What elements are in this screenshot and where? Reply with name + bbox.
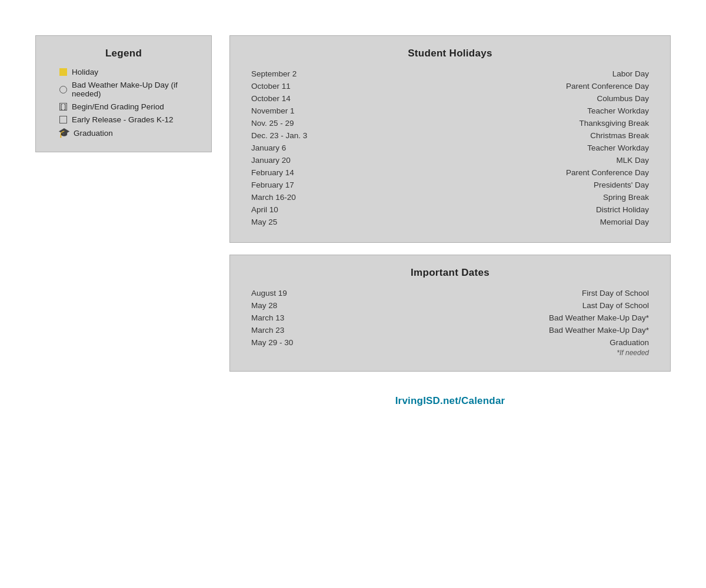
date-cell: March 13 xyxy=(248,312,442,324)
event-cell: Last Day of School xyxy=(442,299,652,312)
early-release-label: Early Release - Grades K-12 xyxy=(72,115,174,124)
event-cell: Bad Weather Make-Up Day* xyxy=(442,324,652,336)
legend-item-holiday: Holiday xyxy=(59,68,194,76)
legend-item-bad-weather: Bad Weather Make-Up Day (if needed) xyxy=(59,81,194,98)
date-cell: February 14 xyxy=(248,166,442,179)
website-section: IrvingISD.net/Calendar xyxy=(229,389,671,407)
event-cell: First Day of School xyxy=(442,287,652,299)
date-cell: May 29 - 30 xyxy=(248,336,442,349)
table-row: May 25Memorial Day xyxy=(248,216,652,228)
bad-weather-icon xyxy=(59,86,67,93)
legend-item-graduation: 🎓 Graduation xyxy=(59,128,194,138)
event-cell: Spring Break xyxy=(442,191,652,203)
date-cell: May 28 xyxy=(248,299,442,312)
table-row: May 29 - 30Graduation xyxy=(248,336,652,349)
table-row: Dec. 23 - Jan. 3Christmas Break xyxy=(248,129,652,142)
event-cell: Memorial Day xyxy=(442,216,652,228)
event-cell: Parent Conference Day xyxy=(442,80,652,92)
table-row: March 16-20Spring Break xyxy=(248,191,652,203)
page: Legend Holiday Bad Weather Make-Up Day (… xyxy=(0,0,706,430)
grading-icon: [ ] xyxy=(59,103,67,111)
grading-label: Begin/End Grading Period xyxy=(72,102,164,111)
holiday-label: Holiday xyxy=(72,68,98,76)
table-row: January 6Teacher Workday xyxy=(248,142,652,154)
event-cell: Teacher Workday xyxy=(442,142,652,154)
date-cell: February 17 xyxy=(248,179,442,191)
date-cell: November 1 xyxy=(248,105,442,117)
event-cell: Presidents' Day xyxy=(442,179,652,191)
bad-weather-label: Bad Weather Make-Up Day (if needed) xyxy=(72,81,194,98)
event-cell: Parent Conference Day xyxy=(442,166,652,179)
table-row: May 28Last Day of School xyxy=(248,299,652,312)
date-cell: October 14 xyxy=(248,92,442,105)
date-cell: January 20 xyxy=(248,154,442,166)
date-cell: October 11 xyxy=(248,80,442,92)
student-holidays-box: Student Holidays September 2Labor DayOct… xyxy=(229,35,671,243)
legend-item-early-release: Early Release - Grades K-12 xyxy=(59,115,194,124)
student-holidays-title: Student Holidays xyxy=(248,48,652,59)
table-row: October 14Columbus Day xyxy=(248,92,652,105)
table-row: January 20MLK Day xyxy=(248,154,652,166)
table-row: February 17Presidents' Day xyxy=(248,179,652,191)
date-cell: March 23 xyxy=(248,324,442,336)
important-dates-table: August 19First Day of SchoolMay 28Last D… xyxy=(248,287,652,349)
footnote: *If needed xyxy=(248,349,652,357)
event-cell: Thanksgiving Break xyxy=(442,117,652,129)
legend-box: Legend Holiday Bad Weather Make-Up Day (… xyxy=(35,35,212,152)
important-dates-box: Important Dates August 19First Day of Sc… xyxy=(229,255,671,372)
date-cell: January 6 xyxy=(248,142,442,154)
table-row: March 13Bad Weather Make-Up Day* xyxy=(248,312,652,324)
event-cell: Christmas Break xyxy=(442,129,652,142)
event-cell: Graduation xyxy=(442,336,652,349)
left-column: Legend Holiday Bad Weather Make-Up Day (… xyxy=(35,35,212,152)
date-cell: Nov. 25 - 29 xyxy=(248,117,442,129)
right-column: Student Holidays September 2Labor DayOct… xyxy=(229,35,671,407)
date-cell: September 2 xyxy=(248,68,442,80)
date-cell: April 10 xyxy=(248,203,442,216)
date-cell: March 16-20 xyxy=(248,191,442,203)
date-cell: May 25 xyxy=(248,216,442,228)
graduation-label: Graduation xyxy=(74,129,113,138)
table-row: March 23Bad Weather Make-Up Day* xyxy=(248,324,652,336)
graduation-icon: 🎓 xyxy=(59,128,69,138)
event-cell: Teacher Workday xyxy=(442,105,652,117)
date-cell: August 19 xyxy=(248,287,442,299)
student-holidays-table: September 2Labor DayOctober 11Parent Con… xyxy=(248,68,652,228)
important-dates-title: Important Dates xyxy=(248,267,652,279)
early-release-icon xyxy=(59,116,67,123)
event-cell: District Holiday xyxy=(442,203,652,216)
event-cell: Columbus Day xyxy=(442,92,652,105)
table-row: April 10District Holiday xyxy=(248,203,652,216)
date-cell: Dec. 23 - Jan. 3 xyxy=(248,129,442,142)
table-row: August 19First Day of School xyxy=(248,287,652,299)
table-row: September 2Labor Day xyxy=(248,68,652,80)
legend-title: Legend xyxy=(54,48,194,59)
legend-item-grading: [ ] Begin/End Grading Period xyxy=(59,102,194,111)
website-link[interactable]: IrvingISD.net/Calendar xyxy=(395,395,505,406)
table-row: Nov. 25 - 29Thanksgiving Break xyxy=(248,117,652,129)
event-cell: MLK Day xyxy=(442,154,652,166)
event-cell: Labor Day xyxy=(442,68,652,80)
table-row: February 14Parent Conference Day xyxy=(248,166,652,179)
event-cell: Bad Weather Make-Up Day* xyxy=(442,312,652,324)
table-row: November 1Teacher Workday xyxy=(248,105,652,117)
table-row: October 11Parent Conference Day xyxy=(248,80,652,92)
holiday-icon xyxy=(59,68,67,76)
legend-items: Holiday Bad Weather Make-Up Day (if need… xyxy=(54,68,194,138)
